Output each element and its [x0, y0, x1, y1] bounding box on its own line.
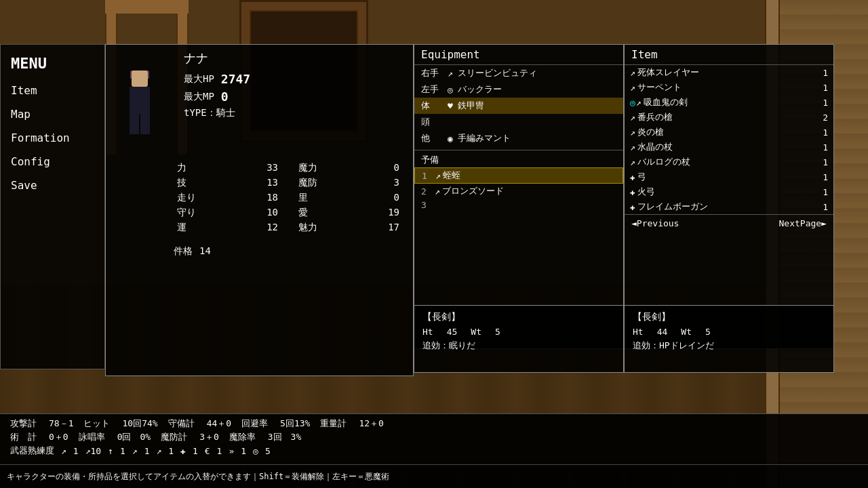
price-value: 14 — [199, 245, 211, 258]
mastery-knife-val: 1 — [168, 446, 174, 456]
item-icon-8: ✚ — [630, 172, 635, 182]
mastery-mace-icon: » — [229, 446, 234, 456]
stat-skill: 技 13 — [174, 176, 281, 190]
mdef-total: 魔防計 3＋0 — [161, 431, 219, 443]
item-6[interactable]: ↗ 水晶の杖 1 — [625, 140, 833, 155]
reserve-name-2: ブロンズソード — [442, 185, 504, 197]
item-icon-1: ↗ — [630, 68, 635, 78]
price-row: 件格 14 — [174, 245, 403, 258]
sidebar-item-save[interactable]: Save — [1, 174, 104, 197]
char-name: ナナ — [184, 50, 406, 66]
sidebar-item-formation[interactable]: Formation — [1, 126, 104, 150]
equip-right-hand[interactable]: 右手 ↗ スリービンビュティ — [414, 65, 623, 81]
max-hp-label: 最大HP — [184, 73, 214, 85]
max-hp-value: 2747 — [221, 72, 250, 86]
item-10[interactable]: ✚ フレイムボーガン 1 — [625, 199, 833, 214]
character-sprite — [113, 70, 167, 152]
mastery-bow-icon: ✚ — [180, 446, 186, 456]
sidebar-item-map[interactable]: Map — [1, 102, 104, 126]
sword-icon-rh: ↗ — [445, 68, 456, 79]
evade-rate: 回避率 5回13% — [241, 418, 310, 430]
defense-total: 守備計 44＋0 — [168, 418, 231, 430]
armor-icon-body: ♥ — [445, 101, 456, 111]
mastery-bow-val: 1 — [193, 446, 198, 456]
equipment-title: Equipment — [414, 45, 623, 65]
mastery-knife-icon: ↗ — [156, 446, 161, 456]
item-2[interactable]: ↗ サーペント 1 — [625, 80, 833, 95]
item-title: Item — [625, 45, 833, 65]
equip-other[interactable]: 他 ◉ 手編みマント — [414, 130, 623, 146]
item-7[interactable]: ↗ バルログの杖 1 — [625, 155, 833, 169]
mastery-spear-val: 1 — [120, 446, 125, 456]
equip-head[interactable]: 頭 — [414, 114, 623, 130]
stat-love: 愛 19 — [295, 205, 403, 220]
mastery-shield-icon: ◎ — [253, 446, 258, 456]
mastery-sword2-icon: ↗10 — [85, 446, 101, 456]
item-4[interactable]: ↗ 番兵の槍 2 — [625, 110, 833, 125]
reserve-slot-1[interactable]: 1 ↗ 蛭蛭 — [414, 167, 623, 184]
item-icon-5: ↗ — [630, 127, 635, 138]
equip-left-hand[interactable]: 左手 ◎ バックラー — [414, 81, 623, 98]
help-bar: キャラクターの装備・所持品を選択してアイテムの入替ができます｜Shift＝装備解… — [0, 464, 868, 488]
sidebar-item-config[interactable]: Config — [1, 150, 104, 174]
sidebar-item-item[interactable]: Item — [1, 79, 104, 102]
menu-title: MENU — [1, 45, 104, 79]
mastery-label: 武器熟練度 — [10, 445, 54, 457]
item-8[interactable]: ✚ 弓 1 — [625, 169, 833, 184]
item-panel: Item ↗ 死体スレイヤー 1 ↗ サーペント 1 ◎ ↗ 吸血鬼の剣 1 ↗… — [624, 44, 834, 349]
detail-left-title: 【長剣】 — [422, 311, 615, 323]
detail-right-wt-value: 5 — [705, 327, 711, 337]
mastery-mace-val: 1 — [241, 446, 246, 456]
detail-right-effect: 追効：HPドレインだ — [633, 340, 825, 352]
stat-luck: 運 12 — [174, 220, 281, 235]
item-3[interactable]: ◎ ↗ 吸血鬼の剣 1 — [625, 95, 833, 110]
stat-charm: 魅力 17 — [295, 220, 403, 235]
mastery-sword-val: 1 — [73, 446, 79, 456]
stats-section: 力 33 技 13 走り 18 守り 10 運 12 — [106, 157, 413, 261]
item-5[interactable]: ↗ 炎の槍 1 — [625, 125, 833, 140]
price-label: 件格 — [174, 245, 193, 258]
detail-right-title: 【長剣】 — [633, 311, 825, 323]
mastery-sword-icon: ↗ — [61, 446, 66, 456]
help-text: キャラクターの装備・所持品を選択してアイテムの入替ができます｜Shift＝装備解… — [7, 471, 389, 483]
doorway-top — [105, 0, 189, 14]
mastery-row: 武器熟練度 ↗ 1 ↗10 ↑ 1 ↗ 1 ↗ 1 ✚ 1 € 1 » 1 ◎ … — [10, 445, 858, 457]
cast-rate: 詠唱率 0回 0% — [79, 431, 151, 443]
detail-right-hit-label: Ht — [633, 327, 644, 337]
magic-total: 術 計 0＋0 — [10, 431, 68, 443]
mastery-axe-val: 1 — [144, 446, 150, 456]
item-icon-10: ✚ — [630, 202, 635, 212]
item-icon-4: ↗ — [630, 113, 635, 123]
detail-left-stats: Ht 45 Wt 5 — [422, 327, 615, 337]
detail-left-hit-value: 45 — [447, 327, 458, 337]
detail-right-panel: 【長剣】 Ht 44 Wt 5 追効：HPドレインだ — [624, 305, 834, 373]
detail-right-stats: Ht 44 Wt 5 — [633, 327, 825, 337]
reserve-slot-2[interactable]: 2 ↗ ブロンズソード — [414, 184, 623, 199]
next-page-button[interactable]: NextPage► — [779, 218, 827, 228]
mastery-staff-icon: € — [205, 446, 210, 456]
stats-row-1: 攻撃計 78－1 ヒット 10回74% 守備計 44＋0 回避率 5回13% 重… — [10, 418, 858, 430]
detail-left-effect: 追効：眠りだ — [422, 340, 615, 352]
max-mp-label: 最大MP — [184, 91, 214, 103]
attack-total: 攻撃計 78－1 — [10, 418, 73, 430]
equip-body[interactable]: 体 ♥ 鉄甲冑 — [414, 98, 623, 114]
mastery-axe-icon: ↗ — [132, 446, 138, 456]
page-navigation: ◄Previous NextPage► — [625, 214, 833, 232]
reserve-slot-3[interactable]: 3 — [414, 199, 623, 211]
equipment-panel: Equipment 右手 ↗ スリービンビュティ 左手 ◎ バックラー 体 ♥ … — [414, 44, 624, 349]
mevade-rate: 魔除率 3回 3% — [229, 431, 301, 443]
cloak-icon-other: ◉ — [445, 134, 456, 144]
mastery-spear-icon: ↑ — [108, 446, 113, 456]
item-9[interactable]: ✚ 火弓 1 — [625, 184, 833, 199]
stat-mdef: 魔防 3 — [295, 176, 403, 190]
reserve-name-1: 蛭蛭 — [443, 169, 460, 182]
stat-range: 里 0 — [295, 190, 403, 205]
reserve-icon-2: ↗ — [435, 186, 440, 197]
detail-left-wt-label: Wt — [471, 327, 481, 337]
detail-right-wt-label: Wt — [681, 327, 692, 337]
item-icon-2: ↗ — [630, 83, 635, 93]
item-icon-3b: ↗ — [636, 98, 642, 108]
prev-page-button[interactable]: ◄Previous — [631, 218, 679, 228]
character-panel: ナナ 最大HP 2747 最大MP 0 tYPE：騎士 力 33 技 — [105, 44, 414, 376]
item-1[interactable]: ↗ 死体スレイヤー 1 — [625, 65, 833, 80]
